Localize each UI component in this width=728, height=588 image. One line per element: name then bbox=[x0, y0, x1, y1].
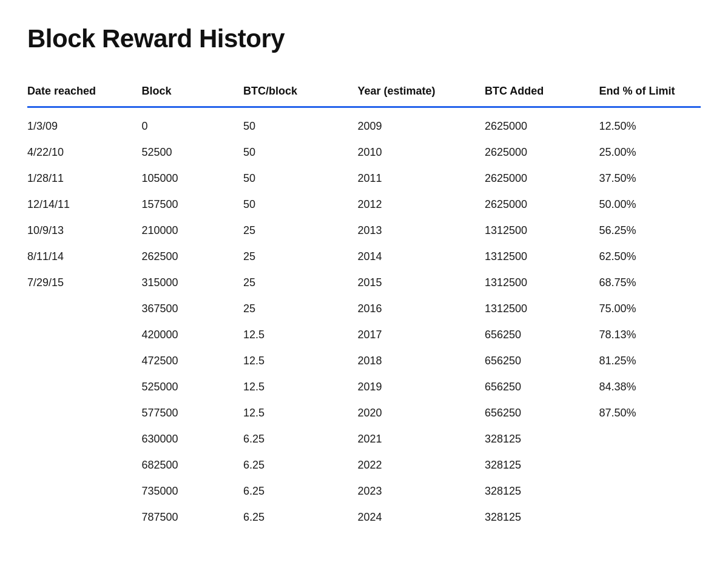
table-cell: 62.50% bbox=[599, 244, 701, 270]
table-cell: 25 bbox=[243, 270, 357, 296]
table-cell: 105000 bbox=[141, 165, 243, 192]
table-cell: 6.25 bbox=[243, 478, 357, 504]
table-row: 47250012.5201865625081.25% bbox=[27, 348, 701, 374]
table-cell: 2013 bbox=[358, 218, 485, 244]
table-cell: 315000 bbox=[141, 270, 243, 296]
col-header-end-pct: End % of Limit bbox=[599, 78, 701, 107]
table-row: 57750012.5202065625087.50% bbox=[27, 400, 701, 426]
col-header-block: Block bbox=[141, 78, 243, 107]
table-cell: 25.00% bbox=[599, 139, 701, 165]
table-cell: 6.25 bbox=[243, 452, 357, 478]
table-cell: 56.25% bbox=[599, 218, 701, 244]
table-cell: 25 bbox=[243, 296, 357, 322]
table-cell: 2009 bbox=[358, 107, 485, 140]
table-cell: 577500 bbox=[141, 400, 243, 426]
table-cell: 2021 bbox=[358, 426, 485, 452]
table-cell: 210000 bbox=[141, 218, 243, 244]
table-cell: 81.25% bbox=[599, 348, 701, 374]
table-cell: 656250 bbox=[485, 348, 599, 374]
table-cell: 2625000 bbox=[485, 192, 599, 218]
table-cell: 2625000 bbox=[485, 165, 599, 192]
table-cell: 7/29/15 bbox=[27, 270, 141, 296]
table-row: 52500012.5201965625084.38% bbox=[27, 374, 701, 400]
table-cell: 2022 bbox=[358, 452, 485, 478]
table-header-row: Date reached Block BTC/block Year (estim… bbox=[27, 78, 701, 107]
table-cell: 4/22/10 bbox=[27, 139, 141, 165]
table-cell: 75.00% bbox=[599, 296, 701, 322]
col-header-btc-added: BTC Added bbox=[485, 78, 599, 107]
table-cell: 50.00% bbox=[599, 192, 701, 218]
table-cell: 656250 bbox=[485, 322, 599, 348]
table-cell bbox=[27, 478, 141, 504]
table-cell bbox=[599, 452, 701, 478]
table-row: 367500252016131250075.00% bbox=[27, 296, 701, 322]
table-cell: 78.13% bbox=[599, 322, 701, 348]
table-cell bbox=[27, 348, 141, 374]
col-header-date: Date reached bbox=[27, 78, 141, 107]
table-row: 6300006.252021328125 bbox=[27, 426, 701, 452]
table-cell: 87.50% bbox=[599, 400, 701, 426]
table-cell: 25 bbox=[243, 218, 357, 244]
table-cell: 735000 bbox=[141, 478, 243, 504]
table-cell: 6.25 bbox=[243, 504, 357, 530]
table-cell: 328125 bbox=[485, 452, 599, 478]
table-row: 1/3/090502009262500012.50% bbox=[27, 107, 701, 140]
table-cell: 12/14/11 bbox=[27, 192, 141, 218]
table-cell: 8/11/14 bbox=[27, 244, 141, 270]
table-cell bbox=[27, 374, 141, 400]
table-cell: 12.5 bbox=[243, 374, 357, 400]
table-cell: 6.25 bbox=[243, 426, 357, 452]
table-cell: 84.38% bbox=[599, 374, 701, 400]
table-cell: 50 bbox=[243, 139, 357, 165]
table-row: 1/28/11105000502011262500037.50% bbox=[27, 165, 701, 192]
table-cell: 1/3/09 bbox=[27, 107, 141, 140]
table-cell: 2014 bbox=[358, 244, 485, 270]
table-cell: 1312500 bbox=[485, 218, 599, 244]
table-cell: 2010 bbox=[358, 139, 485, 165]
table-cell: 12.5 bbox=[243, 400, 357, 426]
table-cell: 328125 bbox=[485, 504, 599, 530]
table-cell: 472500 bbox=[141, 348, 243, 374]
table-row: 4/22/1052500502010262500025.00% bbox=[27, 139, 701, 165]
table-cell: 1312500 bbox=[485, 270, 599, 296]
table-cell bbox=[27, 322, 141, 348]
table-cell: 2019 bbox=[358, 374, 485, 400]
table-row: 6825006.252022328125 bbox=[27, 452, 701, 478]
table-cell bbox=[27, 504, 141, 530]
table-container: Date reached Block BTC/block Year (estim… bbox=[27, 78, 701, 530]
table-cell: 2625000 bbox=[485, 139, 599, 165]
table-cell: 420000 bbox=[141, 322, 243, 348]
table-cell: 52500 bbox=[141, 139, 243, 165]
table-cell: 367500 bbox=[141, 296, 243, 322]
table-cell: 12.50% bbox=[599, 107, 701, 140]
col-header-year: Year (estimate) bbox=[358, 78, 485, 107]
table-cell: 2012 bbox=[358, 192, 485, 218]
table-cell bbox=[27, 426, 141, 452]
table-cell: 0 bbox=[141, 107, 243, 140]
table-cell: 37.50% bbox=[599, 165, 701, 192]
page-title: Block Reward History bbox=[27, 24, 701, 53]
table-cell bbox=[599, 504, 701, 530]
table-cell: 2015 bbox=[358, 270, 485, 296]
table-cell: 525000 bbox=[141, 374, 243, 400]
table-cell: 656250 bbox=[485, 400, 599, 426]
table-row: 7875006.252024328125 bbox=[27, 504, 701, 530]
table-cell: 630000 bbox=[141, 426, 243, 452]
table-cell bbox=[27, 400, 141, 426]
table-cell: 1/28/11 bbox=[27, 165, 141, 192]
table-cell: 12.5 bbox=[243, 348, 357, 374]
table-cell: 2024 bbox=[358, 504, 485, 530]
table-cell: 157500 bbox=[141, 192, 243, 218]
table-cell: 68.75% bbox=[599, 270, 701, 296]
table-cell: 2023 bbox=[358, 478, 485, 504]
table-cell: 2017 bbox=[358, 322, 485, 348]
table-cell: 262500 bbox=[141, 244, 243, 270]
table-cell: 656250 bbox=[485, 374, 599, 400]
table-cell: 2020 bbox=[358, 400, 485, 426]
table-cell: 2018 bbox=[358, 348, 485, 374]
table-cell: 1312500 bbox=[485, 296, 599, 322]
table-cell: 12.5 bbox=[243, 322, 357, 348]
table-row: 10/9/13210000252013131250056.25% bbox=[27, 218, 701, 244]
table-cell: 2016 bbox=[358, 296, 485, 322]
table-row: 8/11/14262500252014131250062.50% bbox=[27, 244, 701, 270]
